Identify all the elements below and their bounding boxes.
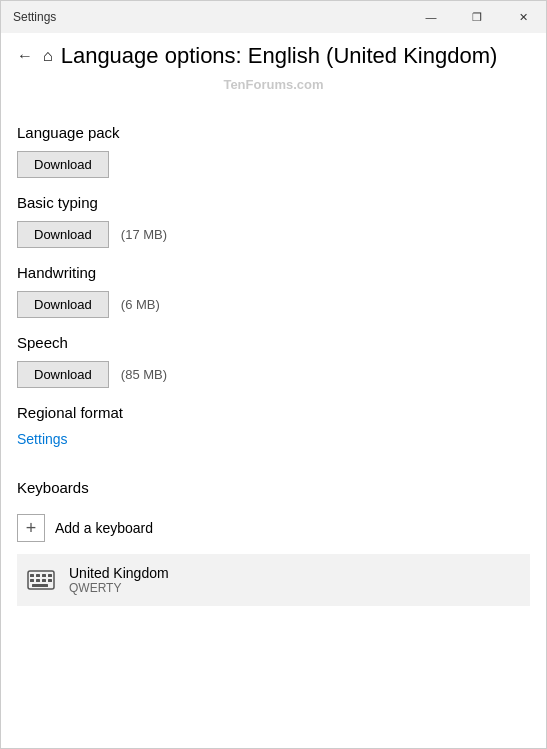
regional-format-title: Regional format bbox=[17, 404, 530, 421]
language-pack-download-button[interactable]: Download bbox=[17, 151, 109, 178]
svg-rect-6 bbox=[36, 579, 40, 582]
speech-download-row: Download (85 MB) bbox=[17, 361, 530, 388]
basic-typing-size: (17 MB) bbox=[121, 227, 167, 242]
svg-rect-1 bbox=[30, 574, 34, 577]
maximize-button[interactable]: ❐ bbox=[454, 1, 500, 33]
titlebar: Settings — ❐ ✕ bbox=[1, 1, 546, 33]
add-keyboard-row[interactable]: + Add a keyboard bbox=[17, 506, 530, 550]
basic-typing-download-button[interactable]: Download bbox=[17, 221, 109, 248]
basic-typing-title: Basic typing bbox=[17, 194, 530, 211]
add-keyboard-icon: + bbox=[17, 514, 45, 542]
back-icon: ← bbox=[17, 47, 33, 64]
regional-format-section: Regional format Settings bbox=[17, 404, 530, 463]
svg-rect-3 bbox=[42, 574, 46, 577]
page-title: Language options: English (United Kingdo… bbox=[61, 43, 498, 69]
svg-rect-5 bbox=[30, 579, 34, 582]
handwriting-title: Handwriting bbox=[17, 264, 530, 281]
svg-rect-7 bbox=[42, 579, 46, 582]
keyboard-name: United Kingdom bbox=[69, 565, 169, 581]
keyboard-info: United Kingdom QWERTY bbox=[69, 565, 169, 595]
regional-settings-link[interactable]: Settings bbox=[17, 431, 68, 447]
close-button[interactable]: ✕ bbox=[500, 1, 546, 33]
svg-rect-4 bbox=[48, 574, 52, 577]
language-pack-section: Language pack Download bbox=[17, 124, 530, 178]
watermark-text: TenForums.com bbox=[223, 77, 323, 92]
titlebar-title: Settings bbox=[13, 10, 56, 24]
keyboard-icon bbox=[25, 564, 57, 596]
basic-typing-download-row: Download (17 MB) bbox=[17, 221, 530, 248]
add-keyboard-label: Add a keyboard bbox=[55, 520, 153, 536]
speech-title: Speech bbox=[17, 334, 530, 351]
handwriting-download-row: Download (6 MB) bbox=[17, 291, 530, 318]
home-icon: ⌂ bbox=[43, 47, 53, 65]
svg-rect-9 bbox=[32, 584, 48, 587]
page-header: ← ⌂ Language options: English (United Ki… bbox=[1, 33, 546, 75]
watermark: TenForums.com bbox=[1, 75, 546, 100]
minimize-button[interactable]: — bbox=[408, 1, 454, 33]
basic-typing-section: Basic typing Download (17 MB) bbox=[17, 194, 530, 248]
speech-section: Speech Download (85 MB) bbox=[17, 334, 530, 388]
handwriting-section: Handwriting Download (6 MB) bbox=[17, 264, 530, 318]
svg-rect-2 bbox=[36, 574, 40, 577]
language-pack-title: Language pack bbox=[17, 124, 530, 141]
back-button[interactable]: ← bbox=[17, 47, 33, 65]
language-pack-download-row: Download bbox=[17, 151, 530, 178]
keyboards-section: Keyboards + Add a keyboard bbox=[17, 479, 530, 606]
keyboard-svg-icon bbox=[27, 566, 55, 594]
keyboard-layout: QWERTY bbox=[69, 581, 169, 595]
titlebar-controls: — ❐ ✕ bbox=[408, 1, 546, 33]
handwriting-download-button[interactable]: Download bbox=[17, 291, 109, 318]
handwriting-size: (6 MB) bbox=[121, 297, 160, 312]
svg-rect-8 bbox=[48, 579, 52, 582]
settings-window: Settings — ❐ ✕ ← ⌂ Language options: Eng… bbox=[0, 0, 547, 749]
keyboard-item-uk: United Kingdom QWERTY bbox=[17, 554, 530, 606]
speech-size: (85 MB) bbox=[121, 367, 167, 382]
keyboards-title: Keyboards bbox=[17, 479, 530, 496]
content-area: Language pack Download Basic typing Down… bbox=[1, 100, 546, 748]
speech-download-button[interactable]: Download bbox=[17, 361, 109, 388]
